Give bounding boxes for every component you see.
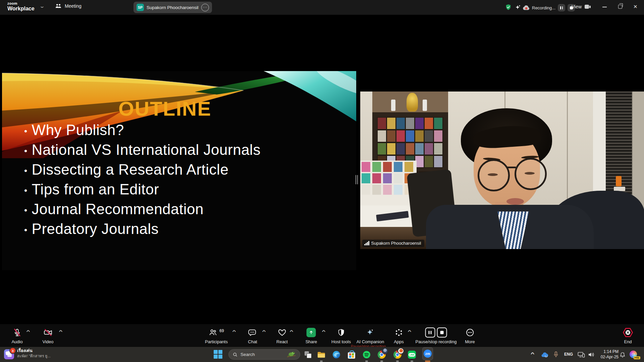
pause-recording-button[interactable]	[558, 4, 565, 11]
share-screen-icon	[307, 328, 316, 337]
recording-indicator	[505, 4, 521, 10]
end-meeting-button[interactable]: End	[622, 328, 634, 344]
participants-count: 69	[219, 328, 224, 333]
participant-name-label: Supakorn Phoocharoensil	[362, 240, 424, 247]
security-shield-icon[interactable]	[505, 4, 512, 10]
slide-bullet: Tips from an Editor	[24, 180, 261, 200]
store-icon	[348, 352, 355, 359]
ai-companion-button[interactable]: AI Companion	[357, 328, 384, 344]
zoom-app-button[interactable]: zm	[422, 348, 433, 359]
recording-cloud-icon	[523, 5, 530, 10]
share-button[interactable]: Share	[306, 328, 317, 344]
slide-bullet: Predatory Journals	[24, 220, 261, 239]
audio-label: Audio	[11, 339, 22, 344]
line-icon: LINE	[408, 351, 416, 359]
end-label: End	[624, 339, 632, 344]
statue-figure	[407, 93, 418, 112]
pause-stop-label: Pause/stop recording	[416, 339, 457, 344]
participants-button[interactable]: 69 Participants	[205, 328, 228, 344]
participants-options-caret[interactable]: ^	[232, 329, 236, 334]
pause-stop-recording-button[interactable]: Pause/stop recording	[416, 328, 457, 344]
start-button[interactable]	[213, 350, 223, 359]
tab-options-icon[interactable]: ···	[201, 4, 209, 11]
meeting-tab-label: Meeting	[65, 3, 82, 9]
copilot-tray-icon[interactable]: PRE	[630, 351, 637, 358]
shield-icon	[337, 328, 345, 337]
more-button[interactable]: More	[465, 328, 475, 344]
notification-bell-icon[interactable]: z	[617, 349, 628, 360]
chrome-profile1-button[interactable]	[376, 349, 387, 360]
speaker-video-tile: Supakorn Phoocharoensil	[360, 92, 644, 249]
logo-zoom-text: zoom	[7, 2, 35, 5]
react-label: React	[276, 339, 288, 344]
camera-off-icon	[43, 328, 53, 337]
share-label: Share	[306, 339, 317, 344]
mic-muted-icon	[13, 328, 21, 337]
slide-bullet: Journal Recommendation	[24, 200, 261, 220]
search-daily-image-frog	[286, 351, 296, 358]
workspace-chevron-down-icon[interactable]: ⌄	[39, 4, 45, 9]
video-options-caret[interactable]: ^	[59, 329, 63, 334]
recording-ghost-text: Pause/stop recording	[351, 344, 386, 347]
ai-sparkle-icon	[366, 328, 375, 337]
video-label: Video	[42, 339, 53, 344]
tab-screen-share[interactable]: SP Supakorn Phoocharoensil's scree ···	[133, 2, 212, 13]
audio-button[interactable]: Audio	[11, 328, 22, 344]
window-frame	[593, 92, 606, 202]
react-button[interactable]: React	[276, 328, 288, 344]
tab-meeting[interactable]: Meeting	[55, 3, 82, 9]
share-options-caret[interactable]: ^	[322, 329, 326, 334]
tray-overflow-chevron[interactable]: ^	[531, 351, 534, 356]
view-label: View	[572, 4, 582, 9]
close-button[interactable]: ✕	[633, 4, 638, 10]
edge-icon	[332, 351, 340, 359]
restore-button[interactable]	[618, 5, 622, 9]
news-widget[interactable]: 3 เรื่องเด่น สะพัด! "ตึกสาทร ยู...	[4, 348, 51, 359]
chat-button[interactable]: Chat	[248, 328, 257, 344]
heart-icon	[278, 328, 286, 337]
onedrive-tray-icon[interactable]	[539, 349, 550, 360]
recording-status: Recording...	[523, 4, 575, 11]
minimize-button[interactable]	[602, 7, 607, 7]
zoom-workplace-logo: zoom Workplace	[7, 2, 35, 11]
chrome-profile2-button[interactable]	[392, 349, 403, 360]
svg-text:z: z	[623, 352, 624, 354]
pause-recording-icon[interactable]	[425, 327, 435, 338]
ai-companion-sparkle-icon[interactable]	[515, 4, 521, 10]
microphone-tray-icon[interactable]	[550, 349, 561, 360]
line-app-button[interactable]: LINE	[407, 349, 417, 360]
tray-date: 02-Apr-25	[594, 354, 619, 360]
host-tools-button[interactable]: Host tools	[331, 328, 351, 344]
taskbar-search[interactable]: Search	[228, 349, 300, 360]
video-button[interactable]: Video	[42, 328, 53, 344]
language-indicator[interactable]: ENG	[564, 352, 573, 357]
react-options-caret[interactable]: ^	[290, 329, 293, 334]
news-title: เรื่องเด่น	[17, 348, 51, 354]
news-widget-icon: 3	[4, 349, 14, 359]
view-layout-icon	[585, 5, 589, 9]
slide-bullet: Dissecting a Research Article	[24, 160, 261, 180]
profile-avatar	[397, 348, 404, 354]
spotify-button[interactable]	[361, 349, 372, 360]
zoom-icon: zm	[424, 350, 432, 358]
logo-workplace-text: Workplace	[7, 6, 35, 11]
microsoft-store-button[interactable]	[346, 349, 357, 360]
file-explorer-button[interactable]	[316, 349, 327, 360]
participant-name: Supakorn Phoocharoensil	[371, 241, 421, 246]
chat-options-caret[interactable]: ^	[262, 329, 266, 334]
audio-options-caret[interactable]: ^	[26, 329, 30, 334]
slide-bullet: Why Publish?	[24, 121, 261, 140]
stop-recording-icon[interactable]	[437, 327, 447, 338]
zoom-app-active: zm	[422, 347, 433, 360]
participants-icon	[209, 328, 217, 337]
panel-resize-handle[interactable]	[356, 175, 359, 184]
apps-options-caret[interactable]: ^	[408, 329, 412, 334]
view-button[interactable]: View	[572, 4, 589, 9]
cast-tray-icon[interactable]	[576, 349, 587, 360]
task-view-button[interactable]	[303, 349, 313, 360]
tray-clock[interactable]: 1:14 PM 02-Apr-25	[594, 349, 619, 360]
apps-button[interactable]: Apps	[394, 328, 404, 344]
edge-browser-button[interactable]	[331, 349, 342, 360]
ai-companion-label: AI Companion	[357, 339, 384, 344]
folder-icon	[317, 351, 326, 358]
